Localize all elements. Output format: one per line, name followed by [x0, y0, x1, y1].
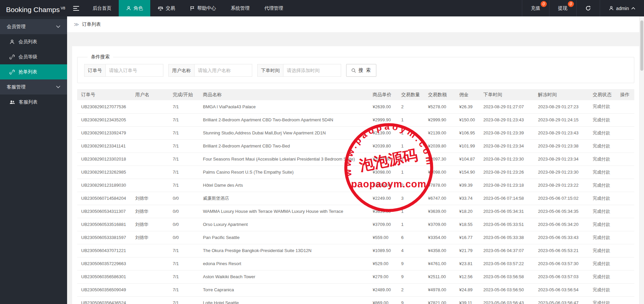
- sidebar-item-member-level[interactable]: 会员等级: [0, 49, 67, 64]
- orders-table: 订单号 用户名 完成/开始 商品名称 商品单价 交易数量 交易数额 佣金 下单时…: [77, 89, 634, 304]
- table-cell: 7/1: [170, 113, 200, 126]
- vertical-scrollbar[interactable]: [639, 16, 644, 304]
- table-cell: ¥104.87: [457, 153, 481, 166]
- search-button[interactable]: 搜 索: [346, 64, 376, 77]
- table-cell: 刘德华: [132, 231, 170, 244]
- table-cell: [132, 296, 170, 304]
- search-button-label: 搜 索: [359, 67, 371, 73]
- table-cell: ¥33.74: [457, 192, 481, 205]
- withdraw-button[interactable]: 提现 0: [549, 0, 576, 16]
- menu-collapse-icon[interactable]: [67, 0, 85, 16]
- table-cell: [618, 283, 634, 296]
- nav-item-transactions[interactable]: 交易: [150, 0, 182, 16]
- table-row: UB23050603565863017/1Aston Waikiki Beach…: [77, 270, 634, 283]
- table-row: UB23050603565090497/1Torre Capranica¥248…: [77, 283, 634, 296]
- sidebar-item-order-grab-list[interactable]: 抢单列表: [0, 64, 67, 79]
- table-cell: 2023-05-06 03:56:58: [481, 270, 535, 283]
- breadcrumb: ≫ 订单列表: [67, 16, 644, 32]
- table-cell: ¥7821.00: [425, 296, 457, 304]
- table-cell: 2023-05-06 03:56:54: [535, 283, 590, 296]
- nav-item-roles[interactable]: 角色: [119, 0, 150, 16]
- nav-item-label: 帮助中心: [197, 0, 216, 16]
- scrollbar-thumb[interactable]: [640, 20, 643, 71]
- table-row: UB23050604370712217/1The Okura Prestige …: [77, 244, 634, 257]
- table-row: UB2305060714584204刘德华0/0威廉斯堡酒店¥2249.003¥…: [77, 192, 634, 205]
- table-cell: [618, 126, 634, 139]
- table-cell: 威廉斯堡酒店: [200, 192, 370, 205]
- nav-item-label: 后台首页: [93, 0, 111, 16]
- table-cell: ¥2039.80: [370, 139, 398, 153]
- table-cell: ¥559.00: [370, 231, 398, 244]
- table-row: UB23050603572296637/1edona Pines Resort¥…: [77, 257, 634, 270]
- username-input[interactable]: [195, 64, 252, 77]
- sidebar-group-service-management[interactable]: 客服管理: [0, 79, 67, 95]
- table-cell: UB2305060356436524: [77, 296, 132, 304]
- table-cell: 2023-05-06 04:37:07: [481, 244, 535, 257]
- table-cell: [618, 113, 634, 126]
- table-cell: Stunning Studio,Address Dubai Mall,Burj …: [200, 126, 370, 139]
- nav-item-system[interactable]: 系统管理: [223, 0, 257, 16]
- table-cell: [618, 296, 634, 304]
- table-row: UB23082901234352057/1Brilliant 2-Bedroom…: [77, 113, 634, 126]
- main-menu: 后台首页 角色 交易 帮助中心 系统管理 代理管理: [85, 0, 290, 16]
- nav-item-help-center[interactable]: 帮助中心: [182, 0, 223, 16]
- table-cell: 完成付款: [590, 296, 618, 304]
- nav-item-agents[interactable]: 代理管理: [257, 0, 290, 16]
- table-cell: 2023-08-29 01:27:07: [481, 100, 535, 113]
- user-icon: [9, 39, 15, 45]
- table-cell: Brilliant 2-Bedroom Apartment CBD Two-Be…: [200, 113, 370, 126]
- table-cell: UB2305060533381597: [77, 231, 132, 244]
- table-cell: 1: [398, 113, 425, 126]
- table-cell: 刘德华: [132, 192, 170, 205]
- table-cell: ¥2139.00: [370, 126, 398, 139]
- table-cell: 2023-05-06 03:57:30: [535, 257, 590, 270]
- table-cell: ¥3709.00: [370, 218, 398, 231]
- table-cell: UB2305060356509049: [77, 283, 132, 296]
- chevron-down-icon: [56, 85, 60, 88]
- sidebar-item-service-list[interactable]: 客服列表: [0, 95, 67, 110]
- table-cell: [132, 244, 170, 257]
- table-cell: WAMMA Luxury House with Terrace WAMMA Lu…: [200, 205, 370, 218]
- table-cell: ¥154.90: [457, 166, 481, 179]
- table-cell: The Okura Prestige Bangkok-Presidential …: [200, 244, 370, 257]
- table-cell: ¥2511.00: [425, 270, 457, 283]
- user-menu[interactable]: admin: [600, 0, 644, 16]
- table-cell: 2023-08-29 01:23:22: [535, 179, 590, 192]
- table-row: UB23082901233020187/1Four Seasons Resort…: [77, 153, 634, 166]
- table-cell: 2023-08-29 01:23:38: [535, 139, 590, 153]
- table-cell: 7/1: [170, 296, 200, 304]
- order-no-group: 订单号: [84, 64, 163, 77]
- table-cell: UB2308290123341141: [77, 139, 132, 153]
- table-cell: Orso Luxury Apartment: [200, 218, 370, 231]
- sidebar-group-member-management[interactable]: 会员管理: [0, 19, 67, 34]
- chevron-up-icon: [631, 7, 635, 10]
- order-no-input[interactable]: [106, 64, 163, 77]
- table-cell: ¥2039.80: [425, 139, 457, 153]
- table-cell: 完成付款: [590, 179, 618, 192]
- sidebar-item-member-list[interactable]: 会员列表: [0, 34, 67, 49]
- table-cell: edona Pines Resort: [200, 257, 370, 270]
- table-cell: 2023-08-29 01:23:18: [481, 179, 535, 192]
- table-cell: ¥2097.30: [425, 153, 457, 166]
- table-cell: 1: [398, 139, 425, 153]
- nav-item-dashboard[interactable]: 后台首页: [85, 0, 119, 16]
- table-cell: Four Seasons Resort Maui (Accessible Lok…: [200, 153, 370, 166]
- navbar-right: 充值 0 提现 0 admin: [522, 0, 644, 16]
- main-content: ≫ 订单列表 条件搜索 订单号 用户名称 下单时间: [67, 16, 644, 304]
- table-cell: 2023-05-06 03:56:43: [481, 296, 535, 304]
- table-cell: ¥279.00: [370, 270, 398, 283]
- page-title: 订单列表: [82, 21, 101, 27]
- table-cell: ¥529.00: [370, 257, 398, 270]
- table-cell: ¥1089.50: [370, 244, 398, 257]
- order-time-input[interactable]: [283, 64, 341, 77]
- table-cell: ¥26.39: [457, 100, 481, 113]
- refresh-button[interactable]: [576, 0, 600, 16]
- recharge-button[interactable]: 充值 0: [522, 0, 549, 16]
- table-cell: ¥2097.30: [370, 153, 398, 166]
- table-cell: 7/1: [170, 166, 200, 179]
- table-cell: ¥2639.00: [370, 100, 398, 113]
- table-cell: 0/0: [170, 192, 200, 205]
- table-cell: UB2308290123189030: [77, 179, 132, 192]
- table-cell: UB2308290123435205: [77, 113, 132, 126]
- table-cell: [618, 270, 634, 283]
